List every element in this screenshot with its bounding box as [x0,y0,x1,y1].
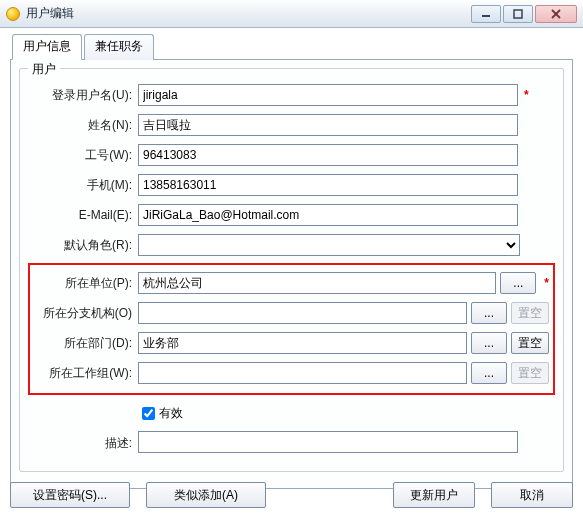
branch-input[interactable] [138,302,467,324]
similar-add-button[interactable]: 类似添加(A) [146,482,266,508]
svg-line-3 [552,10,560,18]
valid-checkbox[interactable] [142,407,155,420]
window-title: 用户编辑 [26,5,74,22]
label-name: 姓名(N): [28,117,138,134]
tabs: 用户信息 兼任职务 [12,34,573,60]
label-dept: 所在部门(D): [34,335,138,352]
maximize-button[interactable] [503,5,533,23]
dept-clear-button[interactable]: 置空 [511,332,549,354]
minimize-button[interactable] [471,5,501,23]
email-input[interactable] [138,204,518,226]
label-desc: 描述: [28,431,138,452]
label-branch: 所在分支机构(O) [34,305,138,322]
workgroup-browse-button[interactable]: ... [471,362,507,384]
label-default-role: 默认角色(R): [28,237,138,254]
label-mobile: 手机(M): [28,177,138,194]
titlebar: 用户编辑 [0,0,583,28]
dept-input[interactable] [138,332,467,354]
bottom-bar: 设置密码(S)... 类似添加(A) 更新用户 取消 [10,482,573,508]
unit-input[interactable] [138,272,496,294]
svg-line-2 [552,10,560,18]
tab-user-info[interactable]: 用户信息 [12,34,82,60]
org-highlight-box: 所在单位(P): ... * 所在分支机构(O) ... 置空 所在部门(D):… [28,263,555,395]
label-email: E-Mail(E): [28,208,138,222]
default-role-select[interactable] [138,234,520,256]
workgroup-input[interactable] [138,362,467,384]
label-valid: 有效 [159,405,183,422]
update-user-button[interactable]: 更新用户 [393,482,475,508]
window-controls [471,5,577,23]
mobile-input[interactable] [138,174,518,196]
label-unit: 所在单位(P): [34,275,138,292]
group-user: 用户 登录用户名(U): * 姓名(N): 工号(W): 手机(M): E-Ma… [19,68,564,472]
name-input[interactable] [138,114,518,136]
branch-clear-button[interactable]: 置空 [511,302,549,324]
branch-browse-button[interactable]: ... [471,302,507,324]
close-button[interactable] [535,5,577,23]
login-input[interactable] [138,84,518,106]
group-title: 用户 [28,61,60,78]
cancel-button[interactable]: 取消 [491,482,573,508]
desc-textarea[interactable] [138,431,518,453]
dept-browse-button[interactable]: ... [471,332,507,354]
unit-browse-button[interactable]: ... [500,272,536,294]
label-empno: 工号(W): [28,147,138,164]
svg-rect-1 [514,10,522,18]
tab-concurrent[interactable]: 兼任职务 [84,34,154,60]
panel-user-info: 用户 登录用户名(U): * 姓名(N): 工号(W): 手机(M): E-Ma… [10,59,573,489]
empno-input[interactable] [138,144,518,166]
label-login: 登录用户名(U): [28,87,138,104]
app-icon [6,7,20,21]
label-workgroup: 所在工作组(W): [34,365,138,382]
set-password-button[interactable]: 设置密码(S)... [10,482,130,508]
required-marker: * [544,276,549,290]
required-marker: * [524,88,529,102]
workgroup-clear-button[interactable]: 置空 [511,362,549,384]
